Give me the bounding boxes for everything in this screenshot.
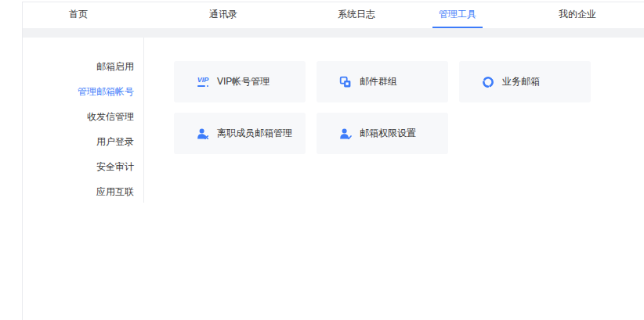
sidebar: 邮箱启用 管理邮箱帐号 收发信管理 用户登录 安全审计 应用互联	[23, 38, 144, 203]
tab-system-log[interactable]: 系统日志	[331, 2, 382, 28]
tool-cards: VIP VIP帐号管理 邮件群组	[174, 61, 591, 154]
tab-admin-tools[interactable]: 管理工具	[432, 2, 483, 28]
top-nav: 首页 通讯录 系统日志 管理工具 我的企业	[23, 2, 644, 28]
mailbox-permission-person-check-icon	[338, 128, 353, 140]
card-label: 业务邮箱	[502, 75, 540, 88]
sidebar-item-app-interconnect[interactable]: 应用互联	[23, 179, 143, 204]
card-label: 离职成员邮箱管理	[217, 127, 292, 140]
nav-divider-band	[23, 28, 644, 38]
business-mailbox-sync-icon	[481, 76, 495, 88]
card-mail-group[interactable]: 邮件群组	[317, 61, 448, 102]
card-mailbox-permission[interactable]: 邮箱权限设置	[317, 113, 448, 154]
tab-contacts[interactable]: 通讯录	[198, 2, 248, 28]
main-panel: 首页 通讯录 系统日志 管理工具 我的企业 邮箱启用 管理邮箱帐号 收发信管理 …	[22, 2, 644, 320]
former-member-person-x-icon	[196, 128, 210, 140]
card-business-mailbox[interactable]: 业务邮箱	[459, 61, 591, 102]
sidebar-item-mailbox-enable[interactable]: 邮箱启用	[23, 54, 143, 79]
vip-icon: VIP	[196, 77, 210, 87]
sidebar-item-user-login[interactable]: 用户登录	[23, 129, 143, 154]
card-label: 邮箱权限设置	[360, 127, 416, 140]
card-former-member-mailbox[interactable]: 离职成员邮箱管理	[174, 113, 306, 154]
exmail-admin-page: 首页 通讯录 系统日志 管理工具 我的企业 邮箱启用 管理邮箱帐号 收发信管理 …	[0, 0, 644, 320]
card-label: 邮件群组	[360, 75, 397, 88]
sidebar-item-manage-mailbox-accounts[interactable]: 管理邮箱帐号	[23, 79, 143, 104]
sidebar-item-security-audit[interactable]: 安全审计	[23, 154, 143, 179]
sidebar-item-send-receive-management[interactable]: 收发信管理	[23, 104, 143, 129]
tab-home[interactable]: 首页	[53, 2, 103, 28]
card-vip-account-management[interactable]: VIP VIP帐号管理	[174, 61, 306, 102]
tab-my-enterprise[interactable]: 我的企业	[552, 2, 602, 28]
mail-group-icon	[338, 76, 353, 88]
card-label: VIP帐号管理	[217, 75, 270, 88]
